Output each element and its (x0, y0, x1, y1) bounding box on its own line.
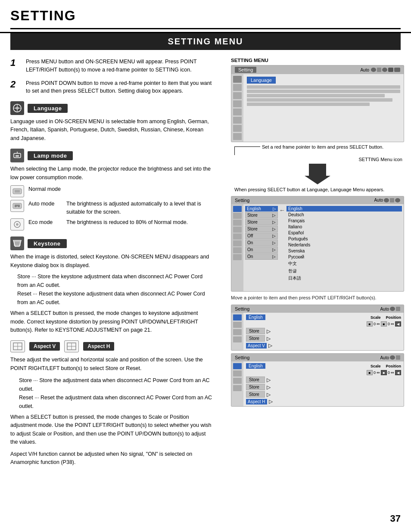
keystone-body2: When a SELECT button is pressed, the mod… (10, 309, 214, 334)
left-icon-1 (233, 76, 242, 83)
ah-sp-box-1: ■ (367, 370, 373, 375)
aspect-row: Aspect V Aspect H (10, 340, 214, 352)
language-icon (10, 101, 24, 115)
nav-icon-5 (394, 68, 400, 72)
lang-nav-3 (395, 198, 400, 202)
aspect-reset: Reset ··· Reset the adjustment data when… (19, 393, 214, 411)
section-title-bar: SETTING MENU (10, 33, 401, 50)
ah-aspect-arrow: ▷ (269, 398, 273, 404)
menu-row-5 (247, 103, 370, 106)
aspect-h-left-icons (231, 361, 243, 406)
lang-left-icon-7 (233, 247, 242, 253)
step-2-number: 2 (10, 79, 22, 96)
ah-left-icon-2 (233, 370, 242, 376)
left-icon-3 (233, 92, 242, 99)
callout-2: When pressing SELECT button at Language,… (231, 186, 404, 193)
svg-rect-7 (15, 190, 20, 193)
eco-mode-row: Eco mode The brightness is reduced to 80… (10, 218, 214, 230)
step-2-text: Press POINT DOWN button to move a red-fr… (26, 79, 214, 96)
ah-store-arrow-3: ▷ (267, 392, 271, 398)
nav-icon-2 (377, 68, 381, 72)
note-3: Move a pointer to item and then press PO… (231, 294, 404, 302)
auto-mode-label: Auto mode (28, 200, 63, 208)
lang-opt-portugues: Português (286, 236, 402, 242)
lang-opt-francais: Français (286, 218, 402, 224)
lang-opt-english: English (286, 206, 402, 212)
lang-item-store-3: Store ▷ (245, 226, 278, 232)
aspect-v-body: English Scale Position ■ 0 ⇔ ■ (231, 313, 404, 350)
lang-item-english: English ▷ (245, 206, 278, 212)
av-left-icon-4 (233, 336, 242, 342)
lang-left-col: English ▷ Store ▷ Store ▷ (245, 206, 278, 289)
left-icon-4 (233, 100, 242, 107)
lang-menu-body: English ▷ Store ▷ Store ▷ (231, 204, 404, 291)
aspect-v-left-icons (231, 313, 243, 350)
auto-text: Auto (360, 68, 369, 72)
av-sp-0-1: 0 (374, 322, 376, 326)
language-menu-item: Language (247, 77, 276, 84)
ah-store-3: Store (246, 391, 265, 398)
ah-scale-label: Scale (371, 364, 381, 368)
av-sp-box-2: ■ (381, 321, 387, 327)
lang-left-icon-8 (233, 254, 242, 260)
aspect-v-button[interactable]: Aspect V (29, 342, 60, 351)
eco-mode-desc: The brightness is reduced to 80% of Norm… (66, 218, 188, 227)
lang-nav-2 (390, 198, 394, 202)
ah-store-row-1: Store ▷ (246, 376, 401, 383)
normal-mode-icon (10, 185, 24, 197)
av-sp-box-3: ◀ (395, 321, 401, 327)
lang-left-icon-2 (233, 213, 242, 219)
svg-marker-21 (305, 164, 330, 184)
av-aspect-v-label: Aspect V (246, 343, 267, 348)
left-column: 1 Press MENU button and ON-SCREEN MENU w… (0, 50, 224, 478)
ah-aspect-h-label: Aspect H (246, 399, 267, 404)
lang-opt-chinese: 中文 (286, 260, 402, 267)
aspect-v-main: English Scale Position ■ 0 ⇔ ■ (243, 313, 404, 350)
language-menu-mockup: Setting Auto (231, 196, 404, 292)
av-store-2: Store (246, 335, 265, 342)
av-store-1: Store (246, 328, 265, 334)
setting-menu-right-label: SETTING MENU (231, 58, 404, 63)
menu-row-1 (247, 85, 400, 89)
lang-auto-text: Auto (374, 198, 383, 202)
step-2: 2 Press POINT DOWN button to move a red-… (10, 79, 214, 96)
keystone-icon (10, 236, 24, 250)
page-wrapper: SETTING SETTING MENU 1 Press MENU button… (0, 0, 411, 532)
keystone-label: Keystone (28, 239, 67, 248)
menu-row-4 (247, 98, 392, 102)
step-1: 1 Press MENU button and ON-SCREEN MENU w… (10, 58, 214, 74)
lang-left-icon-5 (233, 233, 242, 240)
lang-item-on-3: On ▷ (245, 253, 278, 260)
ah-store-row-2: Store ▷ (246, 384, 401, 390)
lang-menu-top-bar: Setting Auto (231, 196, 404, 204)
lang-opt-italiano: Italiano (286, 224, 402, 230)
aspect-h-mockup: Setting Auto (231, 353, 404, 407)
lang-setting-tab: Setting (235, 198, 249, 203)
auto-mode-row: A Auto mode The brightness is adjusted a… (10, 200, 214, 216)
lang-nav-1 (384, 198, 389, 202)
av-store-arrow-2: ▷ (267, 336, 271, 342)
av-left-icon-3 (233, 329, 242, 335)
lamp-icon (10, 149, 24, 162)
lang-left-icon-3 (233, 220, 242, 226)
auto-mode-desc: The brightness is adjusted automatically… (66, 200, 214, 216)
ah-left-icon-4 (233, 385, 242, 391)
lang-item-on-1: On ▷ (245, 240, 278, 246)
ah-header-row: English Scale Position (246, 363, 401, 369)
ah-sp-box-2: ■ (381, 370, 387, 375)
av-sp-arrow-2: ⇔ (391, 322, 394, 326)
aspect-h-body: English Scale Position ■ 0 ⇔ ■ (231, 361, 404, 406)
aspect-h-button[interactable]: Aspect H (83, 342, 114, 351)
lang-menu-main: English ▷ Store ▷ Store ▷ (243, 204, 404, 291)
lang-item-on-2: On ▷ (245, 246, 278, 253)
svg-rect-4 (16, 155, 19, 157)
lamp-mode-label: Lamp mode (28, 151, 73, 160)
av-left-icon-2 (233, 322, 242, 328)
ah-store-2: Store (246, 384, 265, 390)
av-scale-pos-labels: Scale Position (371, 315, 401, 320)
setting-menu-mockup-1: Setting Auto (231, 65, 404, 142)
keystone-store: Store ··· Store the keystone adjustment … (17, 272, 214, 289)
av-header-row: English Scale Position (246, 314, 401, 320)
ah-store-row-3: Store ▷ (246, 391, 401, 398)
ah-left-icon-3 (233, 378, 242, 384)
